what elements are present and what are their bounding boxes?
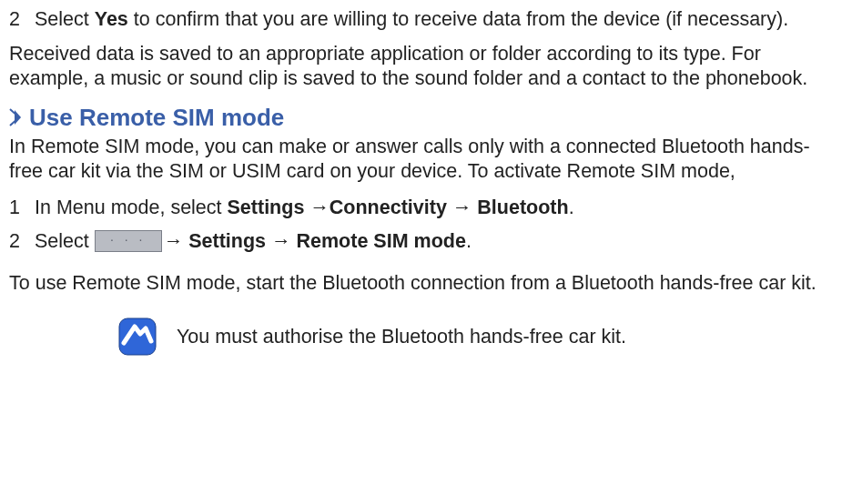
- arrow: →: [309, 197, 330, 218]
- arrow: →: [271, 230, 296, 252]
- paragraph: To use Remote SIM mode, start the Blueto…: [9, 271, 833, 297]
- note-text: You must authorise the Bluetooth hands-f…: [177, 325, 626, 350]
- more-menu-icon: [95, 230, 162, 252]
- step-number: 2: [9, 229, 35, 255]
- step-text-pre: Select: [35, 8, 95, 30]
- section-heading: Use Remote SIM mode: [9, 103, 833, 133]
- menu-path-segment: Connectivity: [330, 197, 452, 218]
- chevron-right-icon: [9, 108, 22, 126]
- menu-path-segment: Settings: [228, 197, 310, 218]
- step-body: Select → Settings → Remote SIM mode.: [35, 229, 833, 255]
- menu-path-segment: Settings: [188, 230, 271, 252]
- arrow: →: [164, 230, 188, 252]
- step-number: 2: [9, 7, 35, 33]
- step-text-post: .: [466, 230, 472, 252]
- step-text: Select: [35, 230, 95, 252]
- arrow: →: [452, 197, 477, 218]
- step-row: 1 In Menu mode, select Settings →Connect…: [9, 196, 833, 221]
- step-row: 2 Select Yes to confirm that you are wil…: [9, 7, 833, 33]
- step-body: Select Yes to confirm that you are willi…: [35, 7, 833, 33]
- step-text-post: .: [569, 197, 574, 218]
- step-text-bold: Yes: [95, 8, 128, 30]
- paragraph: In Remote SIM mode, you can make or answ…: [9, 135, 833, 185]
- step-body: In Menu mode, select Settings →Connectiv…: [35, 196, 833, 221]
- info-icon: [118, 318, 157, 356]
- paragraph: Received data is saved to an appropriate…: [9, 42, 833, 92]
- note: You must authorise the Bluetooth hands-f…: [9, 318, 833, 356]
- step-row: 2 Select → Settings → Remote SIM mode.: [9, 229, 833, 255]
- section-title: Use Remote SIM mode: [29, 103, 284, 133]
- step-text: In Menu mode, select: [35, 197, 228, 218]
- step-text-post: to confirm that you are willing to recei…: [128, 8, 788, 30]
- step-number: 1: [9, 196, 35, 221]
- menu-path-segment: Bluetooth: [477, 197, 568, 218]
- menu-path-segment: Remote SIM mode: [297, 230, 466, 252]
